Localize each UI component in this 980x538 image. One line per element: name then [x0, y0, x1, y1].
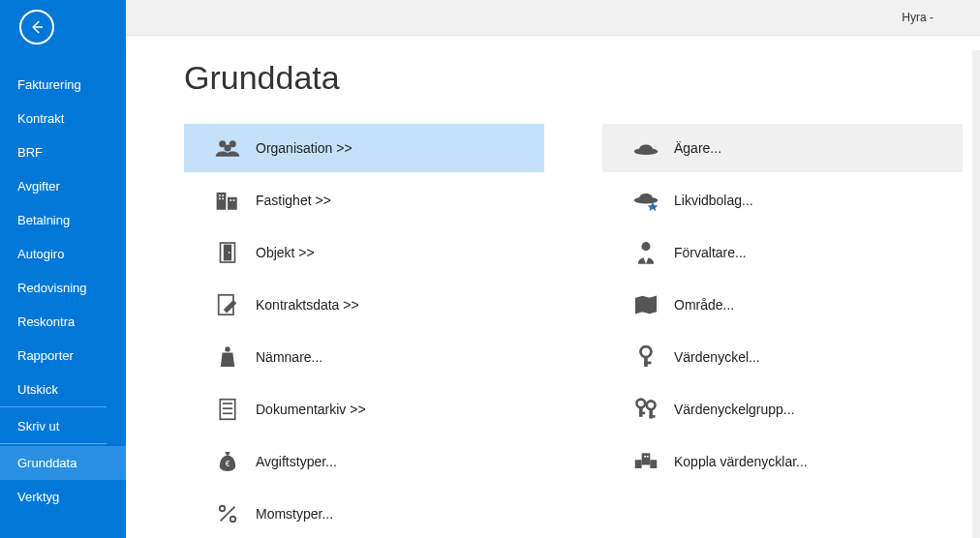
tile-label: Värdenyckelgrupp...: [674, 402, 795, 417]
tile-label: Fastighet >>: [256, 193, 331, 208]
tile-label: Ägare...: [674, 140, 721, 156]
svg-text:€: €: [226, 460, 230, 468]
sidebar-item-label: Avgifter: [17, 179, 60, 194]
sidebar-item-label: Redovisning: [17, 281, 87, 295]
svg-rect-41: [644, 456, 646, 458]
svg-rect-40: [650, 460, 657, 468]
sidebar-item-reskontra[interactable]: Reskontra: [0, 305, 126, 339]
svg-rect-39: [635, 460, 642, 468]
svg-point-15: [225, 346, 230, 351]
svg-rect-19: [223, 412, 232, 414]
svg-rect-17: [223, 403, 232, 404]
scrollbar[interactable]: [972, 50, 980, 538]
svg-point-29: [641, 346, 652, 357]
svg-rect-31: [644, 362, 651, 365]
tile-label: Koppla värdenycklar...: [674, 454, 808, 469]
svg-rect-18: [223, 407, 232, 409]
sidebar-item-label: Fakturering: [17, 77, 81, 92]
tile-vardenyckel[interactable]: Värdenyckel...: [602, 333, 963, 381]
tile-label: Likvidbolag...: [674, 193, 753, 208]
tile-organisation[interactable]: Organisation >>: [184, 124, 544, 172]
tile-agare[interactable]: Ägare...: [602, 124, 963, 172]
sidebar: Fakturering Kontrakt BRF Avgifter Betaln…: [0, 0, 126, 538]
tile-avgiftstyper[interactable]: € Avgiftstyper...: [184, 437, 544, 486]
svg-point-35: [647, 401, 656, 409]
sidebar-item-label: Verktyg: [17, 490, 59, 504]
tile-label: Dokumentarkiv >>: [256, 402, 366, 417]
sidebar-item-grunddata[interactable]: Grunddata: [0, 446, 126, 480]
main: Hyra - Grunddata Organisation >> Fastigh…: [126, 0, 980, 538]
svg-point-28: [643, 299, 649, 305]
svg-rect-33: [639, 406, 642, 416]
svg-rect-10: [233, 199, 235, 201]
topbar-context: Hyra -: [902, 11, 934, 24]
tile-omrade[interactable]: Område...: [602, 281, 963, 329]
sidebar-item-label: Grunddata: [17, 456, 77, 470]
topbar: Hyra -: [126, 0, 980, 36]
svg-point-22: [230, 517, 236, 523]
building-link-icon: [618, 451, 674, 472]
tile-koppla-vardenycklar[interactable]: Koppla värdenycklar...: [602, 437, 963, 486]
tile-objekt[interactable]: Objekt >>: [184, 228, 544, 277]
tile-column-right: Ägare... Likvidbolag... Förvaltare...: [602, 124, 963, 538]
svg-rect-9: [230, 199, 231, 201]
tile-label: Kontraktsdata >>: [256, 297, 359, 313]
svg-point-13: [229, 252, 230, 254]
buildings-icon: [199, 189, 256, 212]
svg-point-32: [636, 400, 645, 408]
sidebar-item-utskick[interactable]: Utskick: [0, 373, 107, 407]
tile-vardenyckelgrupp[interactable]: Värdenyckelgrupp...: [602, 385, 963, 433]
tile-column-left: Organisation >> Fastighet >> Objekt >>: [184, 124, 544, 538]
money-bag-icon: €: [199, 450, 256, 473]
back-button[interactable]: [19, 10, 54, 45]
tile-forvaltare[interactable]: Förvaltare...: [602, 228, 963, 277]
door-icon: [199, 241, 256, 264]
tile-label: Värdenyckel...: [674, 349, 760, 365]
sidebar-item-skriv-ut[interactable]: Skriv ut: [0, 409, 107, 444]
person-suit-icon: [618, 241, 674, 264]
key-icon: [618, 345, 674, 369]
sidebar-item-verktyg[interactable]: Verktyg: [0, 480, 126, 514]
tile-dokumentarkiv[interactable]: Dokumentarkiv >>: [184, 385, 544, 433]
svg-rect-38: [642, 453, 651, 464]
tile-label: Avgiftstyper...: [256, 454, 337, 469]
svg-rect-5: [219, 194, 221, 196]
sidebar-item-avgifter[interactable]: Avgifter: [0, 169, 126, 203]
tile-label: Organisation >>: [256, 140, 352, 156]
sidebar-item-redovisning[interactable]: Redovisning: [0, 271, 126, 305]
svg-rect-3: [217, 193, 227, 210]
svg-rect-12: [224, 245, 231, 261]
sidebar-item-label: BRF: [17, 145, 43, 160]
svg-point-2: [225, 145, 231, 152]
sidebar-item-brf[interactable]: BRF: [0, 135, 126, 169]
map-pin-icon: [618, 293, 674, 316]
sidebar-item-label: Kontrakt: [17, 111, 64, 126]
hat-star-icon: [618, 190, 674, 211]
tile-namnare[interactable]: Nämnare...: [184, 333, 544, 381]
tile-label: Momstyper...: [256, 506, 333, 522]
svg-point-21: [220, 506, 226, 512]
tile-label: Objekt >>: [256, 245, 315, 260]
sidebar-item-label: Skriv ut: [17, 419, 59, 433]
tile-label: Område...: [674, 297, 734, 313]
tile-momstyper[interactable]: Momstyper...: [184, 490, 544, 538]
tile-label: Förvaltare...: [674, 245, 747, 260]
hat-icon: [618, 139, 674, 157]
svg-line-23: [221, 507, 235, 522]
svg-rect-7: [219, 198, 221, 200]
tile-kontraktsdata[interactable]: Kontraktsdata >>: [184, 281, 544, 329]
sidebar-item-autogiro[interactable]: Autogiro: [0, 237, 126, 271]
sidebar-item-label: Autogiro: [17, 247, 64, 261]
sidebar-item-rapporter[interactable]: Rapporter: [0, 339, 126, 373]
sidebar-item-betalning[interactable]: Betalning: [0, 203, 126, 237]
sidebar-item-label: Reskontra: [17, 314, 75, 329]
tile-likvidbolag[interactable]: Likvidbolag...: [602, 176, 963, 224]
sidebar-item-fakturering[interactable]: Fakturering: [0, 68, 126, 102]
sidebar-item-kontrakt[interactable]: Kontrakt: [0, 102, 126, 135]
svg-rect-8: [222, 198, 224, 200]
page-title: Grunddata: [184, 59, 980, 97]
tile-fastighet[interactable]: Fastighet >>: [184, 176, 544, 224]
keys-icon: [618, 398, 674, 421]
svg-point-27: [641, 242, 650, 251]
edit-document-icon: [199, 293, 256, 316]
